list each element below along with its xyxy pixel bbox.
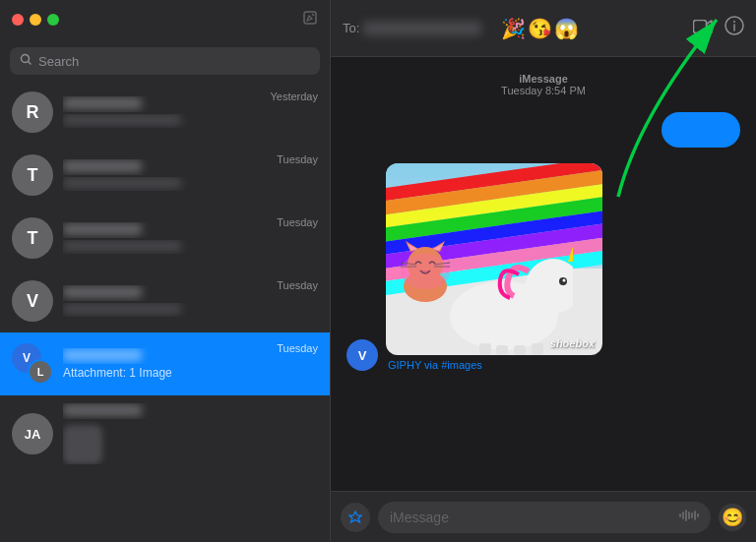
conv-preview-t2 [63,240,269,254]
conv-preview-t [63,177,269,191]
app-store-button[interactable] [341,503,370,532]
conv-name-t2 [63,222,269,238]
emoji-kiss: 😘 [528,17,552,40]
avatar-t2: T [12,217,53,259]
chat-messages[interactable]: iMessage Tuesday 8:54 PM V [331,57,756,491]
conv-preview-v [63,303,269,317]
emoji-scream: 😱 [554,17,579,40]
minimize-button[interactable] [30,14,41,26]
conversation-list[interactable]: R Yesterday T Tuesday T Tuesday [0,81,330,542]
chat-header: To: 🎉 😘 😱 [331,0,756,57]
conv-timestamp-t: Tuesday [277,153,318,165]
conv-preview-vl: Attachment: 1 Image [63,366,269,380]
svg-rect-0 [304,12,316,24]
svg-rect-13 [514,345,526,355]
video-call-icon[interactable] [693,18,713,38]
svg-point-4 [733,21,735,23]
sidebar-titlebar [0,0,330,39]
emoji-button[interactable]: 😊 [719,504,746,531]
conv-name-ja [63,403,269,419]
svg-rect-28 [685,510,687,521]
svg-rect-11 [479,343,491,355]
sidebar: Search R Yesterday T Tuesday T [0,0,331,542]
conversation-item-r[interactable]: R Yesterday [0,81,330,144]
emoji-party: 🎉 [501,17,526,40]
svg-rect-14 [532,343,543,355]
conv-preview-ja [63,421,269,464]
waveform-icon [679,509,699,525]
close-button[interactable] [12,14,24,26]
avatar-v: V [12,280,53,322]
conv-timestamp-t2: Tuesday [277,216,318,228]
outgoing-bubble [662,112,740,148]
svg-point-25 [401,254,450,289]
conv-name-r [63,96,269,112]
conv-name-v [63,285,269,301]
search-icon [20,53,32,69]
info-icon[interactable] [724,16,744,40]
svg-rect-29 [688,512,690,519]
shoebox-watermark: shoebox [550,337,595,349]
conv-name-t [63,159,269,175]
message-time: Tuesday 8:54 PM [346,85,740,96]
conversation-item-t[interactable]: T Tuesday [0,144,330,207]
svg-rect-27 [682,512,684,519]
imessage-header: iMessage Tuesday 8:54 PM [346,73,740,96]
incoming-message-row: V [346,163,740,371]
avatar-group-vl: V L [12,343,53,385]
avatar-r: R [12,91,53,133]
conv-timestamp-v: Tuesday [277,279,318,291]
traffic-lights [12,14,59,26]
conv-name-vl [63,348,269,364]
conversation-item-vl[interactable]: V L Attachment: 1 Image Tuesday [0,332,330,395]
conv-preview-r [63,114,269,128]
incoming-avatar: V [346,339,378,371]
conv-content-ja [63,403,318,464]
search-placeholder: Search [38,54,79,69]
svg-rect-26 [679,513,681,517]
compose-icon[interactable] [302,10,318,30]
svg-point-10 [563,279,566,282]
svg-marker-8 [568,237,573,262]
search-bar[interactable]: Search [10,47,320,75]
chat-panel: To: 🎉 😘 😱 [331,0,756,542]
outgoing-message-row [346,112,740,148]
svg-rect-2 [694,21,707,33]
recipient-blurred [363,22,481,35]
to-label: To: [343,21,359,35]
conv-timestamp-r: Yesterday [270,90,318,102]
conversation-item-t2[interactable]: T Tuesday [0,207,330,270]
gif-image: shoebox [386,163,602,355]
header-emojis: 🎉 😘 😱 [501,17,579,40]
giphy-credit: GIPHY via #images [386,359,602,371]
header-actions [693,16,744,40]
avatar-l-small: L [28,359,53,385]
avatar-ja: JA [12,413,53,454]
message-placeholder: iMessage [390,510,671,525]
svg-rect-12 [496,345,508,355]
message-input[interactable]: iMessage [378,502,711,533]
chat-input-bar: iMessage 😊 [331,491,756,542]
fullscreen-button[interactable] [47,14,59,26]
service-name: iMessage [346,73,740,85]
svg-rect-32 [697,513,699,517]
svg-rect-31 [694,511,696,520]
conversation-item-v[interactable]: V Tuesday [0,270,330,332]
conversation-item-ja[interactable]: JA [0,395,330,472]
conv-timestamp-vl: Tuesday [277,342,318,354]
gif-container: shoebox GIPHY via #images [386,163,602,371]
unicorn-scene: shoebox [386,163,602,355]
svg-rect-30 [691,512,693,518]
avatar-t: T [12,154,53,196]
